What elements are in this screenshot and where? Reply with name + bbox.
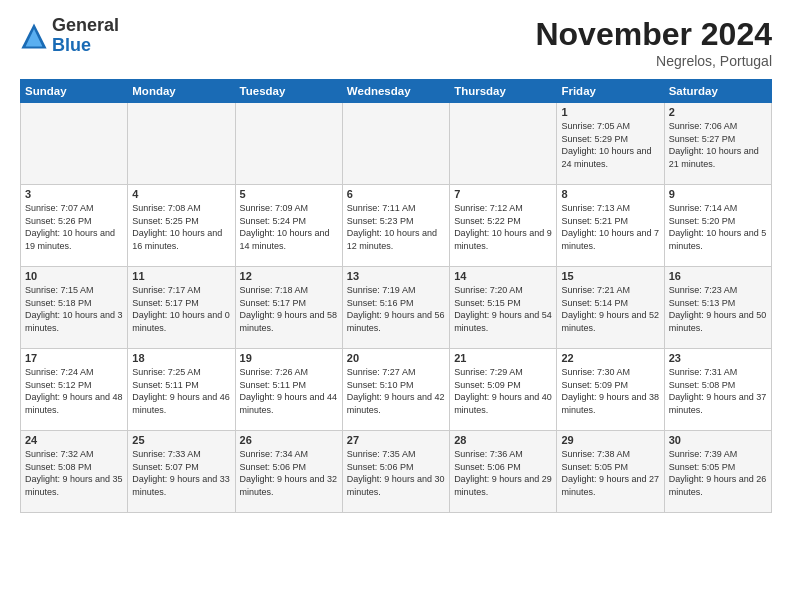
day-info: Sunrise: 7:07 AM Sunset: 5:26 PM Dayligh…: [25, 202, 123, 252]
day-number: 29: [561, 434, 659, 446]
calendar-header: Sunday Monday Tuesday Wednesday Thursday…: [21, 80, 772, 103]
calendar-week-1: 1Sunrise: 7:05 AM Sunset: 5:29 PM Daylig…: [21, 103, 772, 185]
day-info: Sunrise: 7:14 AM Sunset: 5:20 PM Dayligh…: [669, 202, 767, 252]
calendar-cell: 13Sunrise: 7:19 AM Sunset: 5:16 PM Dayli…: [342, 267, 449, 349]
col-monday: Monday: [128, 80, 235, 103]
day-info: Sunrise: 7:05 AM Sunset: 5:29 PM Dayligh…: [561, 120, 659, 170]
day-number: 23: [669, 352, 767, 364]
day-number: 20: [347, 352, 445, 364]
calendar-cell: 14Sunrise: 7:20 AM Sunset: 5:15 PM Dayli…: [450, 267, 557, 349]
day-number: 21: [454, 352, 552, 364]
day-info: Sunrise: 7:34 AM Sunset: 5:06 PM Dayligh…: [240, 448, 338, 498]
calendar-cell: 16Sunrise: 7:23 AM Sunset: 5:13 PM Dayli…: [664, 267, 771, 349]
day-info: Sunrise: 7:30 AM Sunset: 5:09 PM Dayligh…: [561, 366, 659, 416]
day-number: 15: [561, 270, 659, 282]
calendar-cell: 11Sunrise: 7:17 AM Sunset: 5:17 PM Dayli…: [128, 267, 235, 349]
calendar-cell: 22Sunrise: 7:30 AM Sunset: 5:09 PM Dayli…: [557, 349, 664, 431]
calendar-cell: 12Sunrise: 7:18 AM Sunset: 5:17 PM Dayli…: [235, 267, 342, 349]
day-info: Sunrise: 7:11 AM Sunset: 5:23 PM Dayligh…: [347, 202, 445, 252]
calendar-cell: [450, 103, 557, 185]
day-number: 12: [240, 270, 338, 282]
calendar-cell: 5Sunrise: 7:09 AM Sunset: 5:24 PM Daylig…: [235, 185, 342, 267]
calendar-cell: [21, 103, 128, 185]
day-number: 4: [132, 188, 230, 200]
calendar-week-3: 10Sunrise: 7:15 AM Sunset: 5:18 PM Dayli…: [21, 267, 772, 349]
day-info: Sunrise: 7:31 AM Sunset: 5:08 PM Dayligh…: [669, 366, 767, 416]
calendar-cell: 15Sunrise: 7:21 AM Sunset: 5:14 PM Dayli…: [557, 267, 664, 349]
day-number: 24: [25, 434, 123, 446]
calendar-cell: 1Sunrise: 7:05 AM Sunset: 5:29 PM Daylig…: [557, 103, 664, 185]
col-sunday: Sunday: [21, 80, 128, 103]
day-number: 17: [25, 352, 123, 364]
day-number: 6: [347, 188, 445, 200]
calendar-cell: 4Sunrise: 7:08 AM Sunset: 5:25 PM Daylig…: [128, 185, 235, 267]
day-number: 3: [25, 188, 123, 200]
day-info: Sunrise: 7:24 AM Sunset: 5:12 PM Dayligh…: [25, 366, 123, 416]
header: General Blue November 2024 Negrelos, Por…: [20, 16, 772, 69]
calendar-cell: 17Sunrise: 7:24 AM Sunset: 5:12 PM Dayli…: [21, 349, 128, 431]
day-number: 13: [347, 270, 445, 282]
day-info: Sunrise: 7:09 AM Sunset: 5:24 PM Dayligh…: [240, 202, 338, 252]
day-number: 22: [561, 352, 659, 364]
day-info: Sunrise: 7:35 AM Sunset: 5:06 PM Dayligh…: [347, 448, 445, 498]
day-info: Sunrise: 7:12 AM Sunset: 5:22 PM Dayligh…: [454, 202, 552, 252]
page: General Blue November 2024 Negrelos, Por…: [0, 0, 792, 523]
calendar-cell: [235, 103, 342, 185]
day-info: Sunrise: 7:15 AM Sunset: 5:18 PM Dayligh…: [25, 284, 123, 334]
calendar-cell: 26Sunrise: 7:34 AM Sunset: 5:06 PM Dayli…: [235, 431, 342, 513]
col-saturday: Saturday: [664, 80, 771, 103]
col-thursday: Thursday: [450, 80, 557, 103]
day-info: Sunrise: 7:27 AM Sunset: 5:10 PM Dayligh…: [347, 366, 445, 416]
day-info: Sunrise: 7:33 AM Sunset: 5:07 PM Dayligh…: [132, 448, 230, 498]
calendar-cell: 2Sunrise: 7:06 AM Sunset: 5:27 PM Daylig…: [664, 103, 771, 185]
calendar-cell: 24Sunrise: 7:32 AM Sunset: 5:08 PM Dayli…: [21, 431, 128, 513]
day-number: 5: [240, 188, 338, 200]
col-wednesday: Wednesday: [342, 80, 449, 103]
calendar-week-2: 3Sunrise: 7:07 AM Sunset: 5:26 PM Daylig…: [21, 185, 772, 267]
day-number: 7: [454, 188, 552, 200]
calendar-cell: 8Sunrise: 7:13 AM Sunset: 5:21 PM Daylig…: [557, 185, 664, 267]
calendar-cell: 30Sunrise: 7:39 AM Sunset: 5:05 PM Dayli…: [664, 431, 771, 513]
calendar-cell: 23Sunrise: 7:31 AM Sunset: 5:08 PM Dayli…: [664, 349, 771, 431]
logo-icon: [20, 22, 48, 50]
day-number: 26: [240, 434, 338, 446]
calendar-cell: [342, 103, 449, 185]
calendar-cell: 21Sunrise: 7:29 AM Sunset: 5:09 PM Dayli…: [450, 349, 557, 431]
day-info: Sunrise: 7:23 AM Sunset: 5:13 PM Dayligh…: [669, 284, 767, 334]
logo-blue: Blue: [52, 35, 91, 55]
calendar-body: 1Sunrise: 7:05 AM Sunset: 5:29 PM Daylig…: [21, 103, 772, 513]
day-info: Sunrise: 7:32 AM Sunset: 5:08 PM Dayligh…: [25, 448, 123, 498]
calendar-week-5: 24Sunrise: 7:32 AM Sunset: 5:08 PM Dayli…: [21, 431, 772, 513]
day-number: 16: [669, 270, 767, 282]
logo: General Blue: [20, 16, 119, 56]
day-number: 18: [132, 352, 230, 364]
day-info: Sunrise: 7:18 AM Sunset: 5:17 PM Dayligh…: [240, 284, 338, 334]
day-info: Sunrise: 7:21 AM Sunset: 5:14 PM Dayligh…: [561, 284, 659, 334]
calendar-cell: 27Sunrise: 7:35 AM Sunset: 5:06 PM Dayli…: [342, 431, 449, 513]
calendar-cell: 7Sunrise: 7:12 AM Sunset: 5:22 PM Daylig…: [450, 185, 557, 267]
calendar-cell: [128, 103, 235, 185]
day-info: Sunrise: 7:08 AM Sunset: 5:25 PM Dayligh…: [132, 202, 230, 252]
day-number: 25: [132, 434, 230, 446]
calendar-cell: 20Sunrise: 7:27 AM Sunset: 5:10 PM Dayli…: [342, 349, 449, 431]
day-number: 27: [347, 434, 445, 446]
day-number: 14: [454, 270, 552, 282]
calendar-cell: 10Sunrise: 7:15 AM Sunset: 5:18 PM Dayli…: [21, 267, 128, 349]
day-info: Sunrise: 7:29 AM Sunset: 5:09 PM Dayligh…: [454, 366, 552, 416]
day-number: 1: [561, 106, 659, 118]
day-number: 19: [240, 352, 338, 364]
calendar-cell: 6Sunrise: 7:11 AM Sunset: 5:23 PM Daylig…: [342, 185, 449, 267]
calendar-cell: 18Sunrise: 7:25 AM Sunset: 5:11 PM Dayli…: [128, 349, 235, 431]
day-number: 8: [561, 188, 659, 200]
day-number: 2: [669, 106, 767, 118]
month-title: November 2024: [535, 16, 772, 53]
calendar-cell: 25Sunrise: 7:33 AM Sunset: 5:07 PM Dayli…: [128, 431, 235, 513]
calendar-week-4: 17Sunrise: 7:24 AM Sunset: 5:12 PM Dayli…: [21, 349, 772, 431]
location: Negrelos, Portugal: [535, 53, 772, 69]
day-number: 28: [454, 434, 552, 446]
day-info: Sunrise: 7:17 AM Sunset: 5:17 PM Dayligh…: [132, 284, 230, 334]
day-info: Sunrise: 7:13 AM Sunset: 5:21 PM Dayligh…: [561, 202, 659, 252]
col-tuesday: Tuesday: [235, 80, 342, 103]
calendar-cell: 19Sunrise: 7:26 AM Sunset: 5:11 PM Dayli…: [235, 349, 342, 431]
day-info: Sunrise: 7:20 AM Sunset: 5:15 PM Dayligh…: [454, 284, 552, 334]
